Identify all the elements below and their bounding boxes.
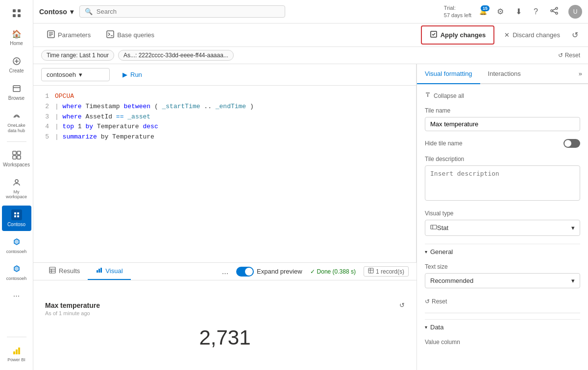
sidebar-item-my-workspace[interactable]: My workspace bbox=[2, 173, 31, 204]
sidebar-item-workspaces[interactable]: Workspaces bbox=[2, 146, 31, 171]
hide-tile-switch[interactable] bbox=[564, 139, 580, 148]
code-line-2: 2 | where Timestamp between ( _startTime… bbox=[41, 102, 408, 112]
results-icon bbox=[49, 267, 56, 275]
svg-rect-0 bbox=[13, 9, 16, 12]
search-box[interactable]: 🔍 bbox=[79, 5, 285, 18]
top-bar: Contoso ▾ 🔍 Trial: 57 days left 🔔 15 ⚙ ⬇… bbox=[33, 0, 588, 23]
sidebar-item-home[interactable]: 🏠 Home bbox=[2, 24, 31, 50]
run-icon: ▶ bbox=[122, 71, 127, 78]
bottom-panel: Results Visual ... bbox=[33, 262, 416, 370]
search-input[interactable] bbox=[97, 8, 280, 15]
svg-rect-39 bbox=[100, 268, 102, 273]
tile-title: Max temperature bbox=[45, 301, 100, 309]
download-button[interactable]: ⬇ bbox=[514, 5, 524, 18]
discard-label: Discard changes bbox=[513, 31, 560, 39]
sidebar-item-workspaces-label: Workspaces bbox=[3, 162, 30, 167]
apply-changes-icon bbox=[430, 30, 438, 40]
right-panel-tabs: Visual formatting Interactions » bbox=[417, 64, 588, 84]
settings-button[interactable]: ⚙ bbox=[495, 5, 506, 18]
sidebar-item-more[interactable]: ··· bbox=[2, 287, 31, 305]
sidebar-item-browse[interactable]: Browse bbox=[2, 79, 31, 105]
run-button[interactable]: ▶ Run bbox=[116, 68, 149, 81]
sidebar-item-contosoeh1[interactable]: contosoeh bbox=[2, 233, 31, 258]
tile-desc-textarea[interactable] bbox=[425, 165, 580, 201]
parameters-tab[interactable]: Parameters bbox=[41, 27, 97, 43]
svg-rect-20 bbox=[18, 347, 20, 354]
more-icon: ··· bbox=[11, 291, 22, 301]
company-name[interactable]: Contoso ▾ bbox=[39, 8, 74, 16]
text-size-group: Text size Recommended ▾ bbox=[425, 263, 580, 288]
tab-visual-formatting[interactable]: Visual formatting bbox=[417, 64, 480, 84]
visual-type-group: Visual type Stat ▾ bbox=[425, 210, 580, 236]
tile-refresh-button[interactable]: ↺ bbox=[399, 301, 405, 309]
general-section-header[interactable]: ▾ General bbox=[425, 244, 580, 259]
code-line-5: 5 | summarize by Temperature bbox=[41, 132, 408, 142]
visual-type-select[interactable]: Stat ▾ bbox=[425, 220, 580, 236]
record-count: 1 record(s) bbox=[364, 266, 409, 277]
help-button[interactable]: ? bbox=[532, 5, 540, 18]
query-editor: contosoeh ▾ ▶ Run 1 OPCUA bbox=[33, 64, 416, 262]
toggle-switch[interactable] bbox=[236, 267, 254, 277]
database-selector[interactable]: contosoeh ▾ bbox=[41, 68, 110, 81]
tile-name-input[interactable] bbox=[425, 117, 580, 131]
text-size-value: Recommended bbox=[430, 277, 473, 284]
svg-point-23 bbox=[556, 12, 558, 14]
reset-button[interactable]: ↺ Reset bbox=[558, 52, 580, 59]
apply-changes-button[interactable]: Apply changes bbox=[421, 25, 494, 45]
collapse-all-label: Collapse all bbox=[434, 92, 464, 99]
sidebar-item-create[interactable]: Create bbox=[2, 52, 31, 77]
hide-tile-toggle[interactable] bbox=[564, 139, 580, 148]
time-range-filter[interactable]: Time range: Last 1 hour bbox=[41, 50, 114, 61]
section-divider bbox=[425, 313, 580, 313]
asset-filter[interactable]: As...: 2222cccc-33dd-eeee-ff44-aaaaa... bbox=[118, 50, 234, 61]
collapse-all-button[interactable]: Collapse all bbox=[425, 90, 580, 101]
svg-rect-40 bbox=[368, 268, 373, 273]
svg-rect-38 bbox=[98, 269, 100, 273]
base-queries-icon bbox=[106, 30, 114, 40]
discard-changes-button[interactable]: ✕ Discard changes bbox=[498, 27, 566, 43]
right-panel-content: Collapse all Tile name Hide tile name Ti… bbox=[417, 84, 588, 370]
sidebar-item-onelake[interactable]: OneLake data hub bbox=[2, 107, 31, 138]
text-size-reset-button[interactable]: ↺ Reset bbox=[425, 296, 580, 307]
sidebar-item-contosoeh1-label: contosoeh bbox=[6, 249, 27, 254]
time-range-label: Time range: Last 1 hour bbox=[47, 52, 109, 59]
visual-tab[interactable]: Visual bbox=[88, 263, 130, 280]
expand-preview-toggle[interactable]: Expand preview bbox=[236, 267, 302, 277]
left-navigation: 🏠 Home Create Browse OneLake data hub bbox=[0, 0, 33, 370]
text-size-chevron: ▾ bbox=[571, 277, 575, 284]
sidebar-item-contosoeh2-label: contosoeh bbox=[6, 276, 27, 281]
data-section-header[interactable]: ▾ Data bbox=[425, 319, 580, 335]
notification-button[interactable]: 🔔 15 bbox=[479, 8, 487, 15]
bottom-controls: ... Expand preview ✓ Done (0.388 s) bbox=[214, 266, 416, 277]
parameters-icon bbox=[47, 30, 55, 40]
notification-badge: 15 bbox=[481, 5, 490, 11]
visual-icon bbox=[96, 267, 102, 275]
sidebar-item-power-bi[interactable]: Power BI bbox=[2, 341, 31, 366]
tile-name-group: Tile name bbox=[425, 107, 580, 131]
svg-rect-18 bbox=[13, 351, 15, 354]
svg-rect-45 bbox=[431, 225, 437, 229]
avatar[interactable]: U bbox=[568, 5, 582, 19]
share-button[interactable] bbox=[548, 4, 561, 19]
svg-rect-15 bbox=[17, 212, 19, 214]
expand-panel-button[interactable]: » bbox=[573, 64, 588, 83]
data-chevron-icon: ▾ bbox=[425, 324, 427, 330]
general-chevron-icon: ▾ bbox=[425, 249, 427, 254]
contosoeh1-icon bbox=[11, 237, 22, 248]
svg-rect-19 bbox=[16, 349, 18, 354]
svg-rect-2 bbox=[13, 14, 16, 17]
done-icon: ✓ bbox=[310, 268, 315, 275]
results-tab[interactable]: Results bbox=[41, 263, 88, 280]
more-options-button[interactable]: ... bbox=[222, 267, 228, 276]
table-icon bbox=[368, 268, 374, 275]
code-editor[interactable]: 1 OPCUA 2 | where Timestamp between ( bbox=[33, 86, 416, 262]
base-queries-tab[interactable]: Base queries bbox=[100, 27, 160, 43]
text-size-select[interactable]: Recommended ▾ bbox=[425, 273, 580, 288]
sidebar-item-contoso[interactable]: Contoso bbox=[2, 206, 31, 231]
sidebar-item-contosoeh2[interactable]: contosoeh bbox=[2, 260, 31, 285]
tab-interactions[interactable]: Interactions bbox=[480, 64, 529, 84]
sidebar-item-power-bi-label: Power BI bbox=[7, 357, 25, 362]
collapse-icon bbox=[425, 92, 431, 99]
refresh-button[interactable]: ↺ bbox=[570, 28, 580, 42]
sidebar-item-apps[interactable] bbox=[2, 4, 31, 23]
